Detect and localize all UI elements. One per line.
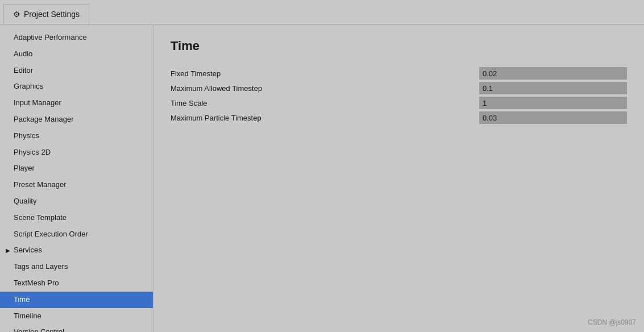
- main-content: Adaptive PerformanceAudioEditorGraphicsI…: [0, 25, 644, 332]
- settings-input-time-scale[interactable]: [479, 97, 627, 109]
- sidebar-item-preset-manager[interactable]: Preset Manager: [0, 177, 153, 193]
- settings-input-fixed-timestep[interactable]: [479, 67, 627, 80]
- sidebar-item-label: Scene Template: [14, 212, 67, 224]
- sidebar-item-tags-and-layers[interactable]: Tags and Layers: [0, 259, 153, 275]
- title-bar: ⚙ Project Settings: [0, 0, 644, 25]
- sidebar-item-label: Player: [14, 163, 35, 175]
- sidebar-item-package-manager[interactable]: Package Manager: [0, 111, 153, 128]
- sidebar-item-label: Audio: [14, 48, 32, 60]
- settings-label: Time Scale: [171, 97, 479, 109]
- sidebar-item-script-execution-order[interactable]: Script Execution Order: [0, 226, 153, 243]
- sidebar-item-label: Version Control: [14, 326, 64, 332]
- sidebar-item-version-control[interactable]: Version Control: [0, 324, 153, 332]
- settings-input-maximum-particle-timestep[interactable]: [479, 111, 627, 124]
- sidebar-item-services[interactable]: ▶Services: [0, 242, 153, 259]
- watermark: CSDN @js0907: [588, 318, 636, 326]
- settings-label: Maximum Allowed Timestep: [171, 82, 479, 94]
- sidebar-item-physics-2d[interactable]: Physics 2D: [0, 144, 153, 161]
- sidebar-item-label: Package Manager: [14, 114, 74, 126]
- sidebar-item-label: Input Manager: [14, 97, 61, 109]
- settings-label: Maximum Particle Timestep: [171, 112, 479, 124]
- sidebar-item-textmesh-pro[interactable]: TextMesh Pro: [0, 275, 153, 292]
- sidebar-item-label: Graphics: [14, 81, 43, 93]
- sidebar-item-label: Time: [14, 294, 30, 306]
- settings-row: Maximum Allowed Timestep: [171, 82, 627, 94]
- sidebar-item-label: Script Execution Order: [14, 229, 88, 240]
- sidebar-item-label: Quality: [14, 196, 36, 208]
- content-panel: Time Fixed TimestepMaximum Allowed Times…: [153, 25, 644, 332]
- sidebar-item-label: Editor: [14, 65, 33, 77]
- title-tab[interactable]: ⚙ Project Settings: [3, 4, 89, 24]
- settings-row: Time Scale: [171, 97, 627, 109]
- sidebar-item-input-manager[interactable]: Input Manager: [0, 95, 153, 111]
- settings-row: Fixed Timestep: [171, 67, 627, 80]
- gear-icon: ⚙: [13, 10, 20, 19]
- settings-label: Fixed Timestep: [171, 68, 479, 80]
- settings-row: Maximum Particle Timestep: [171, 111, 627, 124]
- sidebar-item-label: Tags and Layers: [14, 261, 68, 273]
- sidebar-item-label: Adaptive Performance: [14, 32, 87, 44]
- sidebar-item-player[interactable]: Player: [0, 160, 153, 177]
- settings-table: Fixed TimestepMaximum Allowed TimestepTi…: [171, 67, 627, 124]
- settings-input-maximum-allowed-timestep[interactable]: [479, 82, 627, 94]
- sidebar: Adaptive PerformanceAudioEditorGraphicsI…: [0, 25, 153, 332]
- sidebar-item-editor[interactable]: Editor: [0, 63, 153, 79]
- sidebar-item-label: Physics: [14, 130, 39, 142]
- sidebar-item-label: Preset Manager: [14, 179, 67, 191]
- sidebar-item-label: TextMesh Pro: [14, 277, 59, 289]
- sidebar-item-audio[interactable]: Audio: [0, 46, 153, 63]
- sidebar-item-physics[interactable]: Physics: [0, 128, 153, 144]
- sidebar-item-label: Services: [14, 244, 42, 256]
- panel-title: Time: [171, 39, 627, 53]
- sidebar-item-label: Physics 2D: [14, 147, 51, 159]
- sidebar-item-quality[interactable]: Quality: [0, 193, 153, 210]
- sidebar-item-graphics[interactable]: Graphics: [0, 78, 153, 95]
- sidebar-item-time[interactable]: Time: [0, 292, 153, 308]
- window-title: Project Settings: [24, 10, 80, 19]
- project-settings-window: ⚙ Project Settings Adaptive PerformanceA…: [0, 0, 644, 332]
- arrow-icon: ▶: [6, 246, 10, 255]
- sidebar-item-scene-template[interactable]: Scene Template: [0, 210, 153, 226]
- sidebar-item-label: Timeline: [14, 310, 41, 322]
- sidebar-item-adaptive-performance[interactable]: Adaptive Performance: [0, 30, 153, 46]
- sidebar-item-timeline[interactable]: Timeline: [0, 308, 153, 325]
